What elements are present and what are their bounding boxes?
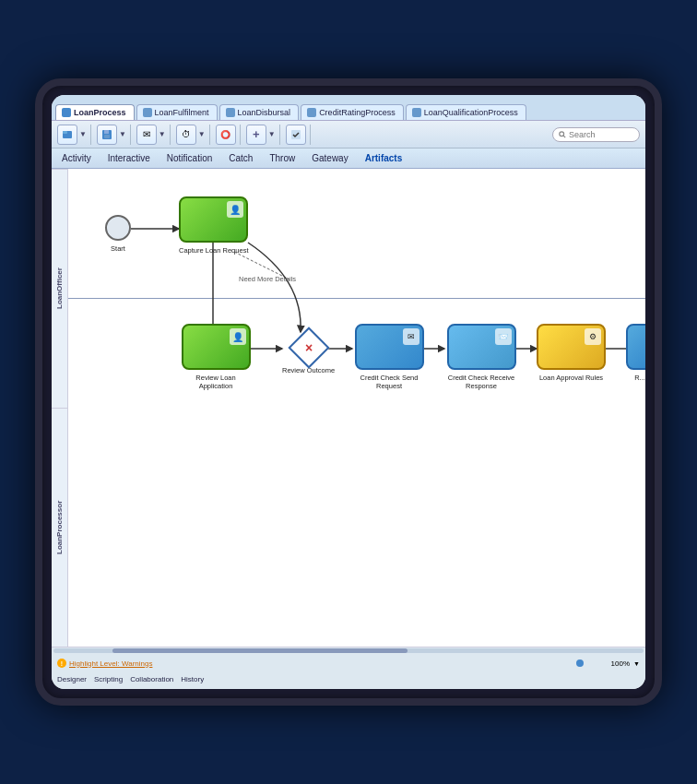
search-box[interactable]: [552, 127, 640, 142]
review-loan-shape: 👤: [182, 324, 251, 370]
toolbar-dropdown-1[interactable]: ▼: [79, 130, 87, 138]
loan-approval-label: Loan Approval Rules: [539, 374, 603, 382]
zoom-thumb[interactable]: [576, 659, 584, 667]
toolbar-group-6: + ▼: [246, 125, 280, 145]
tab-icon-5: [412, 108, 421, 117]
menu-gateway[interactable]: Gateway: [309, 152, 350, 164]
status-bar: ! Highlight Level: Warnings 100% ▼: [52, 654, 645, 672]
tab-credit-rating[interactable]: CreditRatingProcess: [301, 104, 404, 120]
partial-node-label: R...: [634, 374, 645, 382]
toolbar: ▼ ▼ ✉ ▼ ⏱ ▼ ⭕ + ▼: [52, 121, 645, 148]
credit-receive-shape: 📨: [447, 324, 516, 370]
toolbar-btn-mail[interactable]: ✉: [136, 125, 157, 145]
svg-rect-1: [63, 131, 67, 134]
menu-throw[interactable]: Throw: [266, 152, 298, 164]
credit-send-shape: ✉: [355, 324, 424, 370]
tab-icon: [62, 108, 71, 117]
node-loan-approval[interactable]: ⚙ Loan Approval Rules: [537, 324, 606, 382]
toolbar-group-1: ▼: [57, 125, 91, 145]
toolbar-group-2: ▼: [97, 125, 131, 145]
toolbar-dropdown-6[interactable]: ▼: [268, 130, 276, 138]
toolbar-group-4: ⏱ ▼: [176, 125, 210, 145]
partial-node-shape: [626, 324, 645, 370]
annotation-need-more-details: Need More Details: [239, 275, 296, 283]
capture-loan-icon: 👤: [227, 201, 243, 218]
zoom-slider[interactable]: [552, 662, 608, 665]
menu-catch[interactable]: Catch: [226, 152, 255, 164]
toolbar-btn-check[interactable]: [286, 125, 306, 145]
toolbar-group-5: ⭕: [216, 125, 241, 145]
svg-rect-3: [104, 130, 109, 134]
toolbar-btn-circle[interactable]: ⭕: [216, 125, 236, 145]
menu-activity[interactable]: Activity: [59, 152, 94, 164]
screen: LoanProcess LoanFulfilment LoanDisbursal…: [52, 95, 645, 689]
tab-loan-disbursal[interactable]: LoanDisbursal: [219, 104, 300, 120]
node-partial-right[interactable]: R...: [626, 324, 645, 382]
credit-receive-icon: 📨: [495, 328, 512, 345]
swimlane-divider: [68, 298, 645, 299]
swimlane-label-processor: LoanProcessor: [52, 408, 67, 647]
node-start[interactable]: Start: [105, 215, 131, 253]
canvas-area: LoanOfficer LoanProcessor: [52, 169, 645, 647]
connectors-svg: [68, 169, 645, 647]
review-loan-label: Review Loan Application: [179, 374, 253, 390]
start-label: Start: [111, 244, 125, 253]
status-warning: ! Highlight Level: Warnings: [57, 659, 152, 668]
bottom-tab-designer[interactable]: Designer: [57, 674, 87, 687]
zoom-dropdown[interactable]: ▼: [633, 660, 640, 667]
node-review-loan[interactable]: 👤 Review Loan Application: [179, 324, 253, 390]
svg-line-7: [563, 136, 565, 137]
bottom-tab-collaboration[interactable]: Collaboration: [130, 674, 173, 687]
bottom-tab-scripting[interactable]: Scripting: [94, 674, 123, 687]
process-canvas[interactable]: Start 👤 Capture Loan Request Need More D…: [68, 169, 645, 647]
search-icon: [559, 131, 566, 138]
search-input[interactable]: [569, 130, 633, 139]
menu-artifacts[interactable]: Artifacts: [362, 152, 406, 164]
tab-icon-4: [307, 108, 316, 117]
gateway-x-icon: ×: [304, 341, 312, 354]
h-scrollbar-thumb[interactable]: [112, 648, 408, 653]
toolbar-dropdown-3[interactable]: ▼: [159, 130, 166, 138]
credit-send-icon: ✉: [403, 328, 419, 345]
capture-loan-label: Capture Loan Request: [179, 246, 248, 255]
node-capture-loan[interactable]: 👤 Capture Loan Request: [179, 196, 248, 255]
node-gateway[interactable]: × Review Outcome: [282, 333, 335, 374]
gateway-shape: ×: [288, 327, 329, 368]
start-event-shape: [105, 215, 131, 241]
capture-loan-shape: 👤: [179, 196, 248, 243]
tab-loan-fulfilment[interactable]: LoanFulfilment: [136, 104, 218, 120]
bottom-tab-history[interactable]: History: [181, 674, 204, 687]
tablet: LoanProcess LoanFulfilment LoanDisbursal…: [35, 78, 662, 706]
toolbar-group-7: [286, 125, 311, 145]
swimlane-labels: LoanOfficer LoanProcessor: [52, 169, 68, 647]
zoom-control: 100% ▼: [552, 659, 640, 668]
tab-loan-process[interactable]: LoanProcess: [55, 104, 135, 120]
menu-interactive[interactable]: Interactive: [105, 152, 153, 164]
tab-icon-2: [143, 108, 152, 117]
warning-icon: !: [57, 659, 66, 668]
loan-approval-icon: ⚙: [585, 328, 601, 345]
toolbar-btn-save[interactable]: [97, 125, 117, 145]
loan-approval-shape: ⚙: [537, 324, 606, 370]
credit-send-label: Credit Check Send Request: [352, 374, 426, 390]
tab-icon-3: [226, 108, 235, 117]
swimlane-label-officer: LoanOfficer: [52, 169, 67, 408]
toolbar-btn-open[interactable]: [57, 125, 77, 145]
node-credit-send[interactable]: ✉ Credit Check Send Request: [352, 324, 426, 390]
toolbar-dropdown-4[interactable]: ▼: [198, 130, 206, 138]
review-loan-icon: 👤: [230, 328, 246, 345]
title-bar: LoanProcess LoanFulfilment LoanDisbursal…: [52, 95, 645, 121]
h-scrollbar-track: [53, 648, 644, 653]
warning-text[interactable]: Highlight Level: Warnings: [69, 659, 152, 668]
tab-loan-qualification[interactable]: LoanQualificationProcess: [406, 104, 526, 120]
toolbar-dropdown-2[interactable]: ▼: [119, 130, 126, 138]
toolbar-btn-timer[interactable]: ⏱: [176, 125, 196, 145]
credit-receive-label: Credit Check Receive Response: [444, 374, 518, 390]
svg-rect-4: [104, 135, 110, 138]
node-credit-receive[interactable]: 📨 Credit Check Receive Response: [444, 324, 518, 390]
bottom-tabs: Designer Scripting Collaboration History: [52, 672, 645, 689]
h-scrollbar[interactable]: [52, 647, 645, 654]
zoom-label: 100%: [611, 659, 630, 668]
menu-notification[interactable]: Notification: [164, 152, 215, 164]
toolbar-btn-add[interactable]: +: [246, 125, 266, 145]
